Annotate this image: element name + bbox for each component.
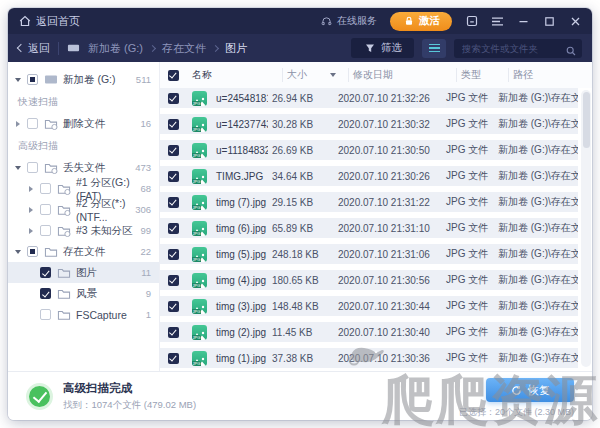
search-icon[interactable]: [566, 42, 576, 60]
column-path[interactable]: 路径: [508, 68, 592, 82]
tree-item-count: 9: [146, 288, 151, 299]
tree-item-count: 11: [141, 267, 151, 278]
file-type: JPG 文件: [442, 351, 494, 365]
sidebar-item[interactable]: FSCapture1: [8, 304, 159, 325]
list-view-button[interactable]: [422, 39, 446, 58]
sidebar-tree: 新加卷 (G:)511快速扫描删除文件16高级扫描丢失文件473#1 分区(G:…: [8, 62, 160, 371]
table-row[interactable]: JPGu=1118483257,1...26.69 KB2020.07.10 2…: [160, 140, 578, 160]
tree-checkbox[interactable]: [27, 74, 38, 85]
tree-checkbox[interactable]: [40, 267, 51, 278]
column-type[interactable]: 类型: [456, 68, 508, 82]
table-row[interactable]: JPGtimg (4).jpg180.65 KB2020.07.10 21:30…: [160, 270, 578, 290]
sidebar-item[interactable]: 图片11: [8, 262, 159, 283]
tree-checkbox[interactable]: [40, 204, 51, 215]
row-checkbox[interactable]: [168, 223, 179, 234]
column-size[interactable]: 大小: [282, 68, 348, 82]
sidebar-section-label: 高级扫描: [8, 134, 159, 157]
row-checkbox[interactable]: [168, 171, 179, 182]
maximize-icon[interactable]: [543, 15, 556, 28]
statusbar: 高级扫描完成 找到：1074个文件 (479.02 MB) 恢复 已选择：20个…: [8, 371, 592, 420]
tree-checkbox[interactable]: [40, 309, 51, 320]
app-window: 返回首页 在线服务 激活: [8, 8, 592, 420]
row-checkbox[interactable]: [168, 249, 179, 260]
tree-expand-icon[interactable]: [27, 228, 35, 234]
tree-expand-icon[interactable]: [14, 166, 22, 170]
table-scrollbar[interactable]: [581, 90, 591, 367]
online-service-button[interactable]: 在线服务: [320, 14, 377, 28]
tree-expand-icon[interactable]: [14, 121, 22, 127]
tree-checkbox[interactable]: [40, 288, 51, 299]
row-checkbox[interactable]: [168, 353, 179, 364]
recover-button[interactable]: 恢复: [486, 378, 574, 402]
sidebar-item[interactable]: #3 未知分区99: [8, 220, 159, 241]
tree-checkbox[interactable]: [27, 118, 38, 129]
tree-expand-icon[interactable]: [27, 186, 35, 192]
file-date: 2020.07.10 21:30:50: [334, 145, 442, 156]
home-icon: [18, 15, 31, 28]
breadcrumb-item[interactable]: 存在文件: [162, 41, 206, 56]
row-checkbox[interactable]: [168, 145, 179, 156]
table-row[interactable]: JPGtimg (5).jpg248.18 KB2020.07.10 21:31…: [160, 244, 578, 264]
tree-checkbox[interactable]: [27, 246, 38, 257]
file-name: u=1118483257,1...: [212, 145, 268, 156]
filter-button[interactable]: 筛选: [351, 38, 414, 58]
table-row[interactable]: JPGtimg (2).jpg11.45 KB2020.07.10 21:30:…: [160, 322, 578, 342]
row-checkbox[interactable]: [168, 275, 179, 286]
row-checkbox[interactable]: [168, 119, 179, 130]
table-row[interactable]: JPGtimg (3).jpg148.48 KB2020.07.10 21:30…: [160, 296, 578, 316]
file-path: 新加卷 (G:)\存在文...: [494, 325, 578, 339]
menu-icon[interactable]: [491, 15, 504, 28]
jpg-file-icon: JPG: [192, 169, 207, 184]
table-row[interactable]: JPGTIMG.JPG34.64 KB2020.07.10 21:30:26JP…: [160, 166, 578, 186]
breadcrumb-item[interactable]: 新加卷 (G:): [88, 41, 143, 56]
table-row[interactable]: JPGtimg (7).jpg29.15 KB2020.07.10 21:31:…: [160, 192, 578, 212]
search-box: [454, 38, 582, 58]
tree-expand-icon[interactable]: [14, 250, 22, 254]
file-size: 11.45 KB: [268, 327, 334, 338]
tree-expand-icon[interactable]: [14, 78, 22, 82]
row-checkbox[interactable]: [168, 197, 179, 208]
recover-label: 恢复: [528, 383, 550, 398]
table-row[interactable]: JPGtimg (1).jpg37.38 KB2020.07.10 21:30:…: [160, 348, 578, 368]
home-button[interactable]: 返回首页: [18, 14, 80, 29]
column-date[interactable]: 修改日期: [348, 68, 456, 82]
sidebar-item[interactable]: 新加卷 (G:)511: [8, 69, 159, 90]
column-name[interactable]: 名称: [186, 68, 282, 82]
search-input[interactable]: [454, 39, 582, 58]
file-type: JPG 文件: [442, 195, 494, 209]
sidebar-item[interactable]: 风景9: [8, 283, 159, 304]
file-date: 2020.07.10 21:31:10: [334, 223, 442, 234]
row-checkbox[interactable]: [168, 301, 179, 312]
select-all-checkbox[interactable]: [168, 70, 179, 81]
row-checkbox[interactable]: [168, 327, 179, 338]
scrollbar-thumb[interactable]: [583, 92, 590, 148]
close-icon[interactable]: [569, 15, 582, 28]
table-row[interactable]: JPGtimg (6).jpg65.89 KB2020.07.10 21:31:…: [160, 218, 578, 238]
sidebar-item[interactable]: #2 分区(*:) (NTF...306: [8, 199, 159, 220]
activate-button[interactable]: 激活: [390, 12, 452, 31]
tree-checkbox[interactable]: [40, 183, 51, 194]
folder-badge-icon: [56, 225, 71, 237]
file-path: 新加卷 (G:)\存在文...: [494, 91, 578, 105]
table-row[interactable]: JPGu=245481813,14...26.94 KB2020.07.10 2…: [160, 88, 578, 108]
sidebar-item[interactable]: 存在文件22: [8, 241, 159, 262]
file-path: 新加卷 (G:)\存在文...: [494, 351, 578, 365]
feedback-icon[interactable]: [465, 15, 478, 28]
tree-item-count: 306: [135, 204, 151, 215]
tree-checkbox[interactable]: [40, 225, 51, 236]
tree-expand-icon[interactable]: [27, 207, 35, 213]
tree-item-label: FSCapture: [76, 309, 127, 321]
row-checkbox[interactable]: [168, 93, 179, 104]
file-size: 37.38 KB: [268, 353, 334, 364]
scan-status-title: 高级扫描完成: [63, 381, 196, 396]
file-name: u=1423774393,3...: [212, 119, 268, 130]
file-name: timg (4).jpg: [212, 275, 268, 286]
file-date: 2020.07.10 21:30:40: [334, 327, 442, 338]
sidebar-item[interactable]: 删除文件16: [8, 113, 159, 134]
tree-checkbox[interactable]: [27, 162, 38, 173]
table-row[interactable]: JPGu=1423774393,3...30.28 KB2020.07.10 2…: [160, 114, 578, 134]
breadcrumb: 新加卷 (G:)存在文件图片: [88, 41, 247, 56]
minimize-icon[interactable]: [517, 15, 530, 28]
back-button[interactable]: 返回: [18, 41, 50, 56]
breadcrumb-item[interactable]: 图片: [225, 41, 247, 56]
